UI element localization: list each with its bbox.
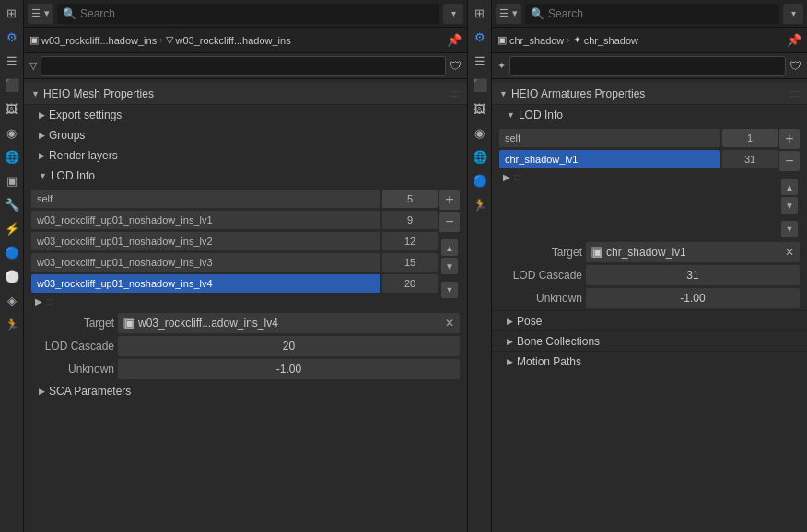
sidebar-icon-12[interactable]: ⚪ [3, 267, 21, 285]
right-lod-remove-btn[interactable]: − [779, 151, 800, 171]
left-section-heio-mesh[interactable]: ▼ HEIO Mesh Properties :::: [24, 83, 467, 105]
right-lod-list: self 1 chr_shadow_lv1 31 ▶ ::: [499, 129, 778, 237]
left-breadcrumb: ▣ w03_rockcliff...hadow_ins › ▽ w03_rock… [29, 34, 291, 46]
left-unknown-value[interactable]: -1.00 [118, 359, 460, 379]
right-sidebar-icon-2[interactable]: ⚙ [471, 28, 489, 46]
right-lod-add-btn[interactable]: + [779, 129, 800, 149]
sidebar-icon-4[interactable]: ⬛ [3, 75, 21, 94]
sidebar-icon-13[interactable]: ◈ [3, 291, 21, 309]
left-subsection-render-layers[interactable]: ▶ Render layers [24, 145, 467, 166]
right-topbar-menu-button[interactable]: ☰ ▾ [496, 4, 521, 24]
sidebar-icon-11[interactable]: 🔵 [3, 243, 21, 261]
left-lod-cascade-value[interactable]: 20 [118, 336, 460, 356]
right-sidebar-icon-8[interactable]: 🔵 [471, 171, 489, 190]
sidebar-icon-1[interactable]: ⊞ [3, 4, 21, 22]
left-unknown-row: Unknown -1.00 [24, 358, 467, 380]
right-pin-icon[interactable]: 📌 [787, 33, 801, 47]
sidebar-icon-3[interactable]: ☰ [3, 52, 21, 70]
left-lod-value-3: 15 [382, 253, 438, 272]
left-subsection-export[interactable]: ▶ Export settings [24, 105, 467, 125]
right-lod-expand-btn[interactable]: ▶ [503, 172, 510, 182]
right-topbar-dropdown-button[interactable]: ▾ [783, 4, 803, 24]
left-lod-info-arrow: ▼ [39, 171, 47, 180]
right-target-close-btn[interactable]: ✕ [785, 246, 794, 259]
right-section-heio-arrow: ▼ [499, 89, 508, 98]
right-lod-cascade-value[interactable]: 31 [586, 265, 800, 285]
right-sidebar-icon-5[interactable]: 🖼 [471, 99, 489, 118]
right-sidebar-icon-7[interactable]: 🌐 [471, 147, 489, 166]
right-motion-arrow: ▶ [507, 357, 513, 366]
left-unknown-label: Unknown [31, 363, 114, 376]
right-bone-arrow: ▶ [507, 337, 513, 346]
right-unknown-value[interactable]: -1.00 [586, 288, 800, 308]
left-render-layers-label: Render layers [49, 149, 118, 162]
sidebar-icon-10[interactable]: ⚡ [3, 219, 21, 237]
left-section-heio-mesh-arrow: ▼ [31, 89, 40, 98]
left-lod-row-2[interactable]: w03_rockcliff_up01_noshadow_ins_lv2 12 [31, 231, 438, 251]
right-lod-value-1: 31 [722, 150, 778, 168]
right-sidebar-icon-6[interactable]: ◉ [471, 123, 489, 142]
left-sca-params[interactable]: ▶ SCA Parameters [24, 381, 467, 401]
right-search-input[interactable] [548, 7, 774, 20]
left-lod-row-3[interactable]: w03_rockcliff_up01_noshadow_ins_lv3 15 [31, 252, 438, 272]
left-target-label: Target [31, 317, 114, 330]
right-bone-collections-header[interactable]: ▶ Bone Collections [492, 330, 807, 351]
right-section-heio-armatures[interactable]: ▼ HEIO Armatures Properties :::: [492, 83, 807, 105]
left-topbar: ☰ ▾ 🔍 ▾ [24, 0, 467, 28]
left-lod-add-btn[interactable]: + [439, 190, 460, 210]
left-lod-name-4: w03_rockcliff_up01_noshadow_ins_lv4 [31, 274, 380, 293]
left-lod-expand-btn[interactable]: ▶ [35, 296, 42, 306]
left-subsection-groups[interactable]: ▶ Groups [24, 125, 467, 145]
left-lod-value-2: 12 [382, 232, 438, 250]
left-filter-bar: ▽ w03_rockcliff_up01_noshadow_ins 🛡 [24, 53, 467, 79]
right-lod-header-value-text: 1 [747, 133, 753, 144]
right-sidebar-icon-4[interactable]: ⬛ [471, 75, 489, 94]
right-lod-cascade-label: LOD Cascade [499, 269, 582, 282]
left-filter-input[interactable]: w03_rockcliff_up01_noshadow_ins [41, 56, 446, 76]
left-lod-cascade-row: LOD Cascade 20 [24, 335, 467, 357]
left-topbar-menu-button[interactable]: ☰ ▾ [28, 4, 53, 24]
right-sidebar-icon-1[interactable]: ⊞ [471, 4, 489, 22]
left-pin-icon[interactable]: 📌 [447, 33, 462, 47]
right-lod-down-btn[interactable]: ▼ [781, 197, 798, 214]
left-target-mesh-icon: ▣ [123, 318, 134, 329]
left-search-input[interactable] [80, 7, 434, 20]
sidebar-icon-2[interactable]: ⚙ [3, 28, 21, 46]
right-breadcrumb-icon-2: ✦ [573, 34, 581, 46]
left-lod-info-label: LOD Info [51, 169, 95, 182]
right-lod-row-1[interactable]: chr_shadow_lv1 31 [499, 149, 778, 169]
right-sidebar-icon-9[interactable]: 🏃 [471, 195, 489, 214]
sidebar-icon-14[interactable]: 🏃 [3, 315, 21, 333]
left-export-arrow: ▶ [39, 110, 45, 120]
left-lod-row-4[interactable]: w03_rockcliff_up01_noshadow_ins_lv4 20 [31, 273, 438, 294]
left-sca-label: SCA Parameters [49, 385, 131, 398]
left-sca-arrow: ▶ [39, 387, 45, 396]
left-breadcrumb-icon-1: ▣ [29, 34, 39, 46]
left-export-label: Export settings [49, 109, 122, 121]
right-lod-up-btn[interactable]: ▲ [781, 179, 798, 195]
sidebar-icon-7[interactable]: 🌐 [3, 147, 21, 166]
right-target-value: chr_shadow_lv1 [606, 246, 686, 259]
sidebar-icon-5[interactable]: 🖼 [3, 99, 21, 118]
left-target-close-btn[interactable]: ✕ [445, 317, 454, 330]
left-topbar-dropdown-button[interactable]: ▾ [443, 4, 463, 24]
sidebar-icon-8[interactable]: ▣ [3, 171, 21, 190]
right-shield-icon: 🛡 [789, 59, 801, 73]
left-lod-row-1[interactable]: w03_rockcliff_up01_noshadow_ins_lv1 9 [31, 210, 438, 230]
right-sidebar-icon-3[interactable]: ☰ [471, 52, 489, 70]
left-subsection-lod-info[interactable]: ▼ LOD Info [24, 166, 467, 186]
right-breadcrumb-bar: ▣ chr_shadow › ✦ chr_shadow 📌 [492, 28, 807, 53]
right-lod-scroll-down-btn[interactable]: ▼ [781, 221, 798, 237]
right-motion-paths-header[interactable]: ▶ Motion Paths [492, 351, 807, 371]
right-filter-input[interactable]: chr_shadow [509, 56, 786, 76]
right-pose-header[interactable]: ▶ Pose [492, 310, 807, 330]
left-lod-scroll-down-btn[interactable]: ▼ [441, 282, 458, 298]
right-pose-arrow: ▶ [507, 317, 513, 326]
left-lod-remove-btn[interactable]: − [439, 212, 460, 232]
right-lod-info-header[interactable]: ▼ LOD Info [492, 105, 807, 125]
left-lod-up-btn[interactable]: ▲ [441, 239, 458, 256]
sidebar-icon-9[interactable]: 🔧 [3, 195, 21, 214]
right-lod-info-label: LOD Info [519, 109, 563, 121]
sidebar-icon-6[interactable]: ◉ [3, 123, 21, 142]
left-lod-down-btn[interactable]: ▼ [441, 258, 458, 274]
